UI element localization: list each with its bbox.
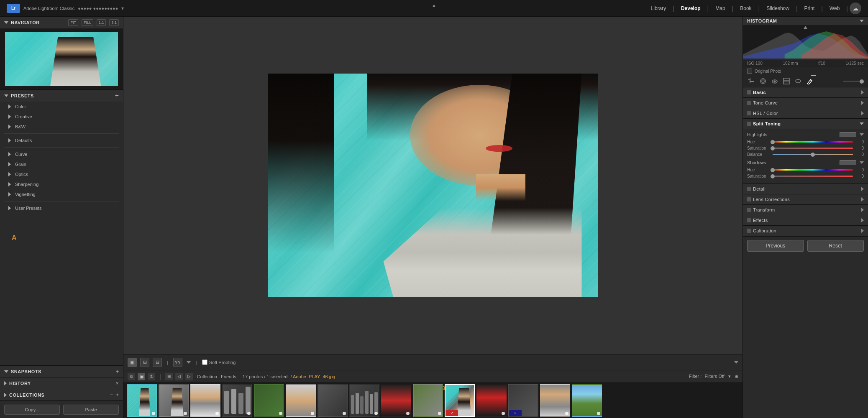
- film-thumb-1[interactable]: [127, 384, 157, 417]
- shadows-color-swatch[interactable]: [840, 160, 856, 165]
- detail-header[interactable]: Detail: [743, 184, 868, 194]
- film-thumb-4[interactable]: [222, 384, 252, 417]
- nav-develop[interactable]: Develop: [676, 4, 706, 13]
- filmstrip-filter-icon[interactable]: ⊞: [735, 374, 738, 379]
- film-thumb-7[interactable]: [317, 384, 348, 417]
- hsl-color-header[interactable]: HSL / Color: [743, 108, 868, 118]
- film-thumb-12[interactable]: [476, 384, 507, 417]
- view-grid-btn[interactable]: ⊞: [140, 358, 149, 367]
- preset-creative-header[interactable]: Creative: [0, 112, 123, 121]
- balance-track[interactable]: [773, 154, 853, 155]
- film-thumb-2[interactable]: [159, 384, 189, 417]
- view-mode-dropdown[interactable]: [187, 361, 191, 364]
- preset-color-header[interactable]: Color: [0, 102, 123, 111]
- presets-add-btn[interactable]: +: [115, 92, 119, 99]
- shadows-hue-track[interactable]: [773, 169, 853, 171]
- filmstrip-nav-next[interactable]: ▷: [185, 373, 193, 380]
- highlights-sat-thumb[interactable]: [771, 146, 775, 150]
- balance-thumb[interactable]: [811, 153, 815, 157]
- highlights-hue-track[interactable]: [773, 141, 853, 143]
- preset-sharpening-header[interactable]: Sharpening: [0, 180, 123, 189]
- nav-fit-btn[interactable]: FIT: [68, 19, 78, 26]
- preset-user-header[interactable]: User Presets: [0, 204, 123, 212]
- main-image-area[interactable]: [123, 17, 743, 354]
- soft-proofing-checkbox[interactable]: [202, 359, 207, 365]
- lens-corrections-header[interactable]: Lens Corrections: [743, 194, 868, 204]
- nav-web[interactable]: Web: [824, 4, 845, 13]
- calibration-header[interactable]: Calibration: [743, 226, 868, 236]
- shadows-dropdown[interactable]: [860, 161, 864, 164]
- shadows-sat-thumb[interactable]: [771, 174, 775, 178]
- split-toning-header[interactable]: Split Toning: [743, 119, 868, 129]
- film-thumb-11[interactable]: 2: [445, 384, 475, 417]
- cloud-icon[interactable]: ☁: [850, 3, 861, 14]
- tool-range-icon[interactable]: [806, 77, 814, 85]
- tool-redeye-icon[interactable]: [771, 77, 779, 85]
- film-thumb-5[interactable]: [254, 384, 284, 417]
- nav-book[interactable]: Book: [735, 4, 756, 13]
- soft-proofing-toggle[interactable]: Soft Proofing: [202, 359, 236, 365]
- copy-button[interactable]: Copy...: [4, 405, 60, 415]
- transform-header[interactable]: Transform: [743, 205, 868, 215]
- navigator-header[interactable]: Navigator FIT FILL 1:1 3:1: [0, 17, 123, 28]
- nav-3to1-btn[interactable]: 3:1: [109, 19, 119, 26]
- filmstrip-icon-3[interactable]: ②: [148, 373, 155, 380]
- paste-button[interactable]: Paste: [63, 405, 119, 415]
- film-thumb-6[interactable]: [286, 384, 316, 417]
- histogram-collapse-icon[interactable]: [860, 20, 864, 22]
- nav-slideshow[interactable]: Slideshow: [761, 4, 794, 13]
- film-thumb-3[interactable]: [190, 384, 220, 417]
- tool-crop-icon[interactable]: [747, 77, 755, 85]
- filmstrip-nav-prev[interactable]: ◁: [175, 373, 183, 380]
- previous-button[interactable]: Previous: [747, 240, 804, 252]
- preset-optics-header[interactable]: Optics: [0, 170, 123, 178]
- view-single-btn[interactable]: ▣: [128, 358, 137, 367]
- nav-1to1-btn[interactable]: 1:1: [97, 19, 106, 26]
- tool-heal-icon[interactable]: [759, 77, 767, 85]
- filmstrip-filename[interactable]: Adobe_PLAY_46.jpg: [293, 374, 335, 379]
- shadows-hue-thumb[interactable]: [771, 168, 775, 172]
- collections-add-btn[interactable]: +: [115, 392, 119, 398]
- nav-map[interactable]: Map: [710, 4, 730, 13]
- highlights-hue-thumb[interactable]: [771, 140, 775, 144]
- reset-button[interactable]: Reset: [807, 240, 864, 252]
- filmstrip-icon-1[interactable]: ⊚: [128, 373, 135, 380]
- nav-library[interactable]: Library: [646, 4, 671, 13]
- film-thumb-14[interactable]: [540, 384, 570, 417]
- nav-print[interactable]: Print: [799, 4, 820, 13]
- preset-defaults-header[interactable]: Defaults: [0, 136, 123, 145]
- tone-curve-header[interactable]: Tone Curve: [743, 98, 868, 108]
- tool-grad-icon[interactable]: [782, 77, 791, 85]
- filmstrip-filter-value[interactable]: Filters Off: [704, 374, 724, 379]
- preset-grain-header[interactable]: Grain: [0, 160, 123, 168]
- highlights-dropdown[interactable]: [860, 133, 864, 136]
- tool-radial-icon[interactable]: [794, 77, 802, 85]
- collections-remove-btn[interactable]: −: [110, 392, 113, 398]
- filmstrip-icon-2[interactable]: ▣: [138, 373, 145, 380]
- view-compare-btn[interactable]: ⊟: [153, 358, 162, 367]
- effects-header[interactable]: Effects: [743, 215, 868, 225]
- film-thumb-8[interactable]: [349, 384, 379, 417]
- highlights-color-swatch[interactable]: [840, 132, 856, 137]
- snapshots-header[interactable]: Snapshots +: [0, 366, 123, 377]
- nav-fill-btn[interactable]: FILL: [82, 19, 93, 26]
- original-photo-checkbox[interactable]: [747, 69, 752, 74]
- collapse-arrow[interactable]: ▲: [432, 3, 437, 8]
- preset-bw-header[interactable]: B&W: [0, 122, 123, 131]
- history-header[interactable]: History ×: [0, 377, 123, 389]
- preset-vignetting-header[interactable]: Vignetting: [0, 190, 123, 199]
- filmstrip-grid-icon[interactable]: ⊞: [165, 373, 173, 380]
- collections-header[interactable]: Collections − +: [0, 389, 123, 400]
- toolbar-dropdown-arrow[interactable]: [734, 361, 738, 364]
- film-thumb-9[interactable]: [381, 384, 411, 417]
- basic-header[interactable]: Basic: [743, 87, 868, 97]
- film-thumb-15[interactable]: [572, 384, 602, 417]
- view-mode-4[interactable]: YY: [173, 358, 182, 367]
- preset-curve-header[interactable]: Curve: [0, 150, 123, 158]
- tool-slider[interactable]: [843, 81, 864, 82]
- filmstrip-filter-dropdown[interactable]: ▾: [728, 374, 731, 379]
- shadows-sat-track[interactable]: [773, 176, 853, 177]
- film-thumb-10[interactable]: [413, 384, 443, 417]
- highlights-sat-track[interactable]: [773, 148, 853, 149]
- film-thumb-13[interactable]: 2: [508, 384, 538, 417]
